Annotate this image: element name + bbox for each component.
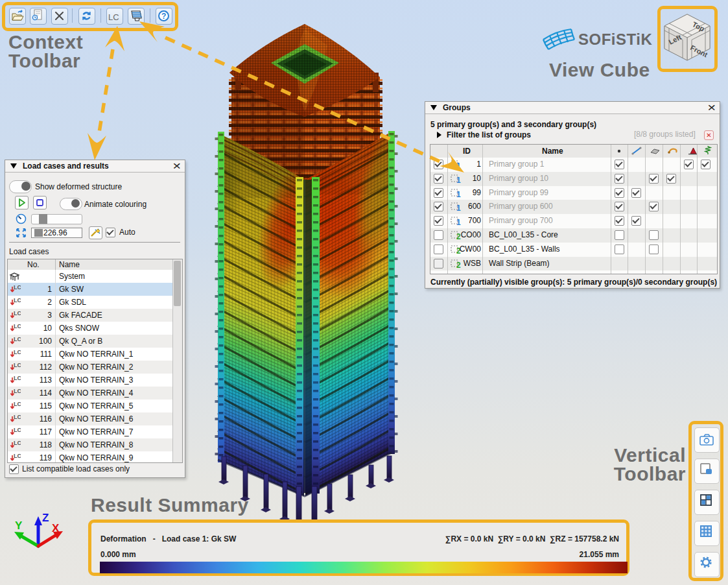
svg-text:X: X [52, 522, 60, 534]
svg-text:Y: Y [15, 519, 23, 532]
svg-text:LC: LC [14, 388, 21, 394]
svg-text:LC: LC [14, 284, 21, 291]
svg-text:LC: LC [14, 375, 21, 381]
svg-text:LC: LC [108, 12, 119, 22]
svg-text:LC: LC [14, 349, 21, 355]
svg-text:?: ? [161, 12, 166, 21]
svg-text:LC: LC [14, 401, 21, 407]
svg-text:LC: LC [14, 414, 21, 420]
svg-text:SOFiSTiK: SOFiSTiK [578, 30, 652, 48]
svg-text:LC: LC [14, 323, 21, 329]
svg-text:LC: LC [14, 336, 21, 342]
svg-text:LC: LC [14, 427, 21, 433]
svg-text:LC: LC [14, 453, 21, 459]
svg-text:LC: LC [14, 310, 21, 316]
svg-text:LC: LC [14, 362, 21, 368]
svg-text:LC: LC [14, 297, 21, 304]
svg-text:Z: Z [42, 512, 49, 524]
svg-text:LC: LC [14, 440, 21, 446]
